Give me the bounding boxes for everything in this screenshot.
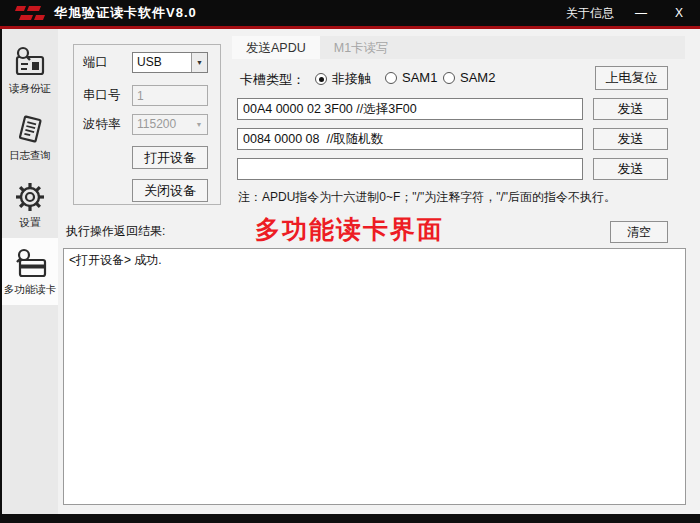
apdu-tabstrip: 发送APDU M1卡读写 (232, 36, 685, 59)
port-label: 端口 (83, 52, 108, 73)
gear-icon (12, 179, 48, 215)
titlebar: 华旭验证读卡软件V8.0 关于信息 — X (0, 0, 700, 26)
radio-sam2[interactable]: SAM2 (443, 70, 495, 85)
send-button-3[interactable]: 发送 (593, 158, 668, 180)
close-device-button[interactable]: 关闭设备 (132, 179, 208, 202)
sidebar-item-multifunction-read[interactable]: 多功能读卡 (2, 238, 58, 305)
clear-button[interactable]: 清空 (610, 221, 668, 243)
chevron-down-icon: ▼ (191, 115, 207, 134)
send-button-1[interactable]: 发送 (593, 98, 668, 120)
apdu-command-input-1[interactable] (237, 98, 583, 120)
tab-m1-card-rw[interactable]: M1卡读写 (320, 36, 403, 59)
baud-rate-value: 115200 (133, 115, 191, 134)
port-select-value: USB (133, 53, 191, 72)
minimize-button[interactable]: — (630, 6, 652, 20)
result-label: 执行操作返回结果: (66, 223, 165, 240)
send-button-2[interactable]: 发送 (593, 128, 668, 150)
radio-icon (443, 72, 455, 84)
port-select[interactable]: USB ▼ (132, 52, 208, 73)
radio-label: SAM1 (402, 70, 437, 85)
slot-type-label: 卡槽类型： (240, 71, 305, 89)
sidebar-item-label: 设置 (20, 216, 41, 230)
sidebar-item-log-query[interactable]: 日志查询 (2, 104, 58, 171)
result-output[interactable]: <打开设备> 成功. (63, 248, 686, 505)
window-bottom-edge (0, 514, 700, 523)
app-window: 华旭验证读卡软件V8.0 关于信息 — X 读身份证 (0, 0, 700, 523)
open-device-button[interactable]: 打开设备 (132, 146, 208, 169)
serial-number-label: 串口号 (83, 85, 121, 106)
baud-rate-label: 波特率 (83, 114, 121, 135)
window-title: 华旭验证读卡软件V8.0 (54, 4, 197, 22)
sidebar-item-label: 读身份证 (9, 82, 51, 96)
sidebar: 读身份证 日志查询 (2, 29, 58, 514)
radio-icon (385, 72, 397, 84)
radio-sam1[interactable]: SAM1 (385, 70, 437, 85)
power-reset-button[interactable]: 上电复位 (595, 66, 668, 90)
sidebar-item-label: 多功能读卡 (4, 283, 57, 297)
log-document-icon (12, 112, 48, 148)
close-button[interactable]: X (668, 6, 690, 20)
device-connection-panel: 端口 USB ▼ 串口号 波特率 115200 ▼ (73, 44, 221, 205)
radio-contactless[interactable]: 非接触 (315, 70, 371, 88)
main-panel: 端口 USB ▼ 串口号 波特率 115200 ▼ (58, 29, 700, 514)
baud-rate-select: 115200 ▼ (132, 114, 208, 135)
card-search-icon (12, 246, 48, 282)
apdu-note: 注：APDU指令为十六进制0~F；"/"为注释字符，"/"后面的指令不执行。 (238, 189, 616, 206)
apdu-command-input-3[interactable] (237, 158, 583, 180)
app-logo-icon (14, 3, 48, 23)
id-card-search-icon (12, 45, 48, 81)
radio-icon (315, 73, 327, 85)
sidebar-item-label: 日志查询 (9, 149, 51, 163)
page-caption: 多功能读卡界面 (255, 213, 444, 246)
sidebar-item-settings[interactable]: 设置 (2, 171, 58, 238)
serial-number-field (132, 85, 208, 106)
about-info-button[interactable]: 关于信息 (566, 5, 614, 22)
radio-label: 非接触 (332, 70, 371, 88)
radio-label: SAM2 (460, 70, 495, 85)
chevron-down-icon: ▼ (191, 53, 207, 72)
sidebar-item-read-id-card[interactable]: 读身份证 (2, 37, 58, 104)
apdu-command-input-2[interactable] (237, 128, 583, 150)
tab-send-apdu[interactable]: 发送APDU (232, 36, 320, 59)
